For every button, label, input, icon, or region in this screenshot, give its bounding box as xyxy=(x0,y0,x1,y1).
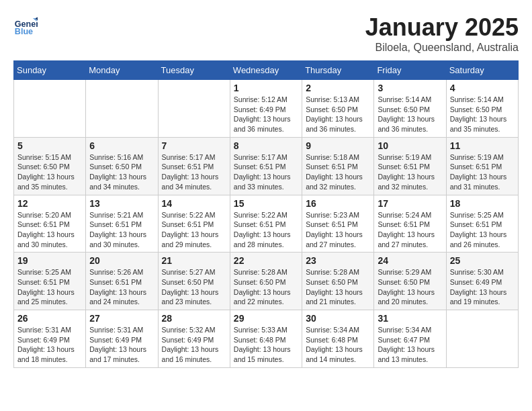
day-cell: 20Sunrise: 5:26 AM Sunset: 6:51 PM Dayli… xyxy=(86,253,158,310)
day-info: Sunrise: 5:29 AM Sunset: 6:50 PM Dayligh… xyxy=(378,267,442,307)
day-number: 26 xyxy=(17,313,82,324)
weekday-monday: Monday xyxy=(86,61,158,80)
day-info: Sunrise: 5:21 AM Sunset: 6:51 PM Dayligh… xyxy=(89,210,154,250)
day-info: Sunrise: 5:33 AM Sunset: 6:48 PM Dayligh… xyxy=(234,325,298,365)
day-info: Sunrise: 5:19 AM Sunset: 6:51 PM Dayligh… xyxy=(450,152,515,192)
day-info: Sunrise: 5:31 AM Sunset: 6:49 PM Dayligh… xyxy=(89,325,154,365)
day-cell xyxy=(446,310,518,368)
day-cell: 19Sunrise: 5:25 AM Sunset: 6:51 PM Dayli… xyxy=(14,253,86,310)
day-info: Sunrise: 5:22 AM Sunset: 6:51 PM Dayligh… xyxy=(162,210,226,250)
title-block: January 2025 Biloela, Queensland, Austra… xyxy=(365,13,519,54)
day-cell: 15Sunrise: 5:22 AM Sunset: 6:51 PM Dayli… xyxy=(230,195,302,253)
day-cell: 29Sunrise: 5:33 AM Sunset: 6:48 PM Dayli… xyxy=(230,310,302,368)
day-cell: 4Sunrise: 5:14 AM Sunset: 6:50 PM Daylig… xyxy=(446,80,518,138)
day-info: Sunrise: 5:25 AM Sunset: 6:51 PM Dayligh… xyxy=(17,267,82,307)
day-info: Sunrise: 5:18 AM Sunset: 6:51 PM Dayligh… xyxy=(306,152,370,192)
day-cell: 23Sunrise: 5:28 AM Sunset: 6:50 PM Dayli… xyxy=(302,253,374,310)
day-info: Sunrise: 5:28 AM Sunset: 6:50 PM Dayligh… xyxy=(234,267,298,307)
location: Biloela, Queensland, Australia xyxy=(365,42,519,54)
day-number: 8 xyxy=(234,140,298,151)
day-number: 9 xyxy=(306,140,370,151)
day-cell: 13Sunrise: 5:21 AM Sunset: 6:51 PM Dayli… xyxy=(86,195,158,253)
day-info: Sunrise: 5:32 AM Sunset: 6:49 PM Dayligh… xyxy=(162,325,226,365)
day-cell: 31Sunrise: 5:34 AM Sunset: 6:47 PM Dayli… xyxy=(374,310,446,368)
weekday-wednesday: Wednesday xyxy=(230,61,302,80)
day-cell: 8Sunrise: 5:17 AM Sunset: 6:51 PM Daylig… xyxy=(230,137,302,195)
logo-icon: General Blue xyxy=(13,13,38,38)
day-number: 23 xyxy=(306,255,370,266)
day-cell: 14Sunrise: 5:22 AM Sunset: 6:51 PM Dayli… xyxy=(158,195,230,253)
day-info: Sunrise: 5:22 AM Sunset: 6:51 PM Dayligh… xyxy=(234,210,298,250)
day-cell: 26Sunrise: 5:31 AM Sunset: 6:49 PM Dayli… xyxy=(14,310,86,368)
day-info: Sunrise: 5:15 AM Sunset: 6:50 PM Dayligh… xyxy=(17,152,82,192)
page-header: General Blue January 2025 Biloela, Queen… xyxy=(13,13,519,54)
day-info: Sunrise: 5:19 AM Sunset: 6:51 PM Dayligh… xyxy=(378,152,442,192)
week-row-4: 19Sunrise: 5:25 AM Sunset: 6:51 PM Dayli… xyxy=(14,253,519,310)
day-number: 3 xyxy=(378,83,442,93)
day-number: 17 xyxy=(378,198,442,209)
day-info: Sunrise: 5:27 AM Sunset: 6:50 PM Dayligh… xyxy=(162,267,226,307)
day-cell: 16Sunrise: 5:23 AM Sunset: 6:51 PM Dayli… xyxy=(302,195,374,253)
week-row-5: 26Sunrise: 5:31 AM Sunset: 6:49 PM Dayli… xyxy=(14,310,519,368)
day-info: Sunrise: 5:12 AM Sunset: 6:49 PM Dayligh… xyxy=(234,95,298,134)
day-cell: 6Sunrise: 5:16 AM Sunset: 6:50 PM Daylig… xyxy=(86,137,158,195)
day-number: 4 xyxy=(450,83,515,93)
day-info: Sunrise: 5:25 AM Sunset: 6:51 PM Dayligh… xyxy=(450,210,515,250)
day-cell xyxy=(86,80,158,138)
day-cell: 17Sunrise: 5:24 AM Sunset: 6:51 PM Dayli… xyxy=(374,195,446,253)
day-info: Sunrise: 5:17 AM Sunset: 6:51 PM Dayligh… xyxy=(234,152,298,192)
day-info: Sunrise: 5:14 AM Sunset: 6:50 PM Dayligh… xyxy=(450,95,515,134)
day-info: Sunrise: 5:16 AM Sunset: 6:50 PM Dayligh… xyxy=(89,152,154,192)
day-cell: 28Sunrise: 5:32 AM Sunset: 6:49 PM Dayli… xyxy=(158,310,230,368)
day-cell: 24Sunrise: 5:29 AM Sunset: 6:50 PM Dayli… xyxy=(374,253,446,310)
day-number: 27 xyxy=(89,313,154,324)
day-cell: 30Sunrise: 5:34 AM Sunset: 6:48 PM Dayli… xyxy=(302,310,374,368)
day-number: 16 xyxy=(306,198,370,209)
day-cell: 11Sunrise: 5:19 AM Sunset: 6:51 PM Dayli… xyxy=(446,137,518,195)
day-number: 13 xyxy=(89,198,154,209)
day-number: 28 xyxy=(162,313,226,324)
day-info: Sunrise: 5:13 AM Sunset: 6:50 PM Dayligh… xyxy=(306,95,370,134)
day-number: 25 xyxy=(450,255,515,266)
day-info: Sunrise: 5:31 AM Sunset: 6:49 PM Dayligh… xyxy=(17,325,82,365)
weekday-header-row: SundayMondayTuesdayWednesdayThursdayFrid… xyxy=(14,61,519,80)
month-title: January 2025 xyxy=(365,13,519,42)
day-cell: 5Sunrise: 5:15 AM Sunset: 6:50 PM Daylig… xyxy=(14,137,86,195)
day-info: Sunrise: 5:20 AM Sunset: 6:51 PM Dayligh… xyxy=(17,210,82,250)
weekday-tuesday: Tuesday xyxy=(158,61,230,80)
day-number: 19 xyxy=(17,255,82,266)
weekday-sunday: Sunday xyxy=(14,61,86,80)
week-row-3: 12Sunrise: 5:20 AM Sunset: 6:51 PM Dayli… xyxy=(14,195,519,253)
day-number: 29 xyxy=(234,313,298,324)
day-number: 22 xyxy=(234,255,298,266)
day-info: Sunrise: 5:17 AM Sunset: 6:51 PM Dayligh… xyxy=(162,152,226,192)
day-info: Sunrise: 5:30 AM Sunset: 6:49 PM Dayligh… xyxy=(450,267,515,307)
day-cell: 1Sunrise: 5:12 AM Sunset: 6:49 PM Daylig… xyxy=(230,80,302,138)
day-number: 30 xyxy=(306,313,370,324)
day-number: 7 xyxy=(162,140,226,151)
week-row-1: 1Sunrise: 5:12 AM Sunset: 6:49 PM Daylig… xyxy=(14,80,519,138)
day-info: Sunrise: 5:24 AM Sunset: 6:51 PM Dayligh… xyxy=(378,210,442,250)
weekday-saturday: Saturday xyxy=(446,61,518,80)
day-number: 21 xyxy=(162,255,226,266)
day-number: 15 xyxy=(234,198,298,209)
day-cell: 7Sunrise: 5:17 AM Sunset: 6:51 PM Daylig… xyxy=(158,137,230,195)
day-cell: 10Sunrise: 5:19 AM Sunset: 6:51 PM Dayli… xyxy=(374,137,446,195)
day-number: 10 xyxy=(378,140,442,151)
day-cell xyxy=(14,80,86,138)
day-cell: 21Sunrise: 5:27 AM Sunset: 6:50 PM Dayli… xyxy=(158,253,230,310)
day-number: 12 xyxy=(17,198,82,209)
day-number: 31 xyxy=(378,313,442,324)
day-number: 20 xyxy=(89,255,154,266)
day-cell: 25Sunrise: 5:30 AM Sunset: 6:49 PM Dayli… xyxy=(446,253,518,310)
day-info: Sunrise: 5:26 AM Sunset: 6:51 PM Dayligh… xyxy=(89,267,154,307)
day-cell: 2Sunrise: 5:13 AM Sunset: 6:50 PM Daylig… xyxy=(302,80,374,138)
day-number: 14 xyxy=(162,198,226,209)
day-cell: 12Sunrise: 5:20 AM Sunset: 6:51 PM Dayli… xyxy=(14,195,86,253)
day-cell: 22Sunrise: 5:28 AM Sunset: 6:50 PM Dayli… xyxy=(230,253,302,310)
day-cell: 9Sunrise: 5:18 AM Sunset: 6:51 PM Daylig… xyxy=(302,137,374,195)
day-info: Sunrise: 5:34 AM Sunset: 6:48 PM Dayligh… xyxy=(306,325,370,365)
day-number: 6 xyxy=(89,140,154,151)
day-cell: 27Sunrise: 5:31 AM Sunset: 6:49 PM Dayli… xyxy=(86,310,158,368)
day-info: Sunrise: 5:23 AM Sunset: 6:51 PM Dayligh… xyxy=(306,210,370,250)
